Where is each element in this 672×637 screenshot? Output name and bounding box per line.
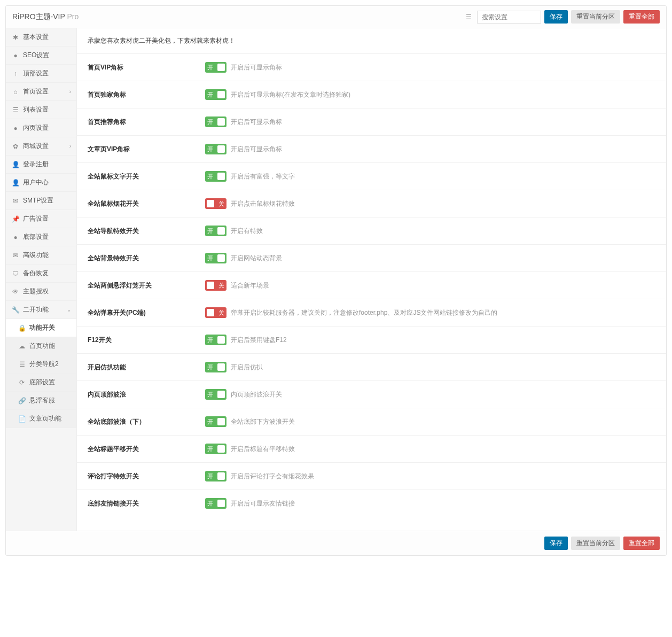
toggle-switch[interactable]: 开 — [205, 62, 226, 73]
footer-reset-section-button[interactable]: 重置当前分区 — [571, 537, 620, 550]
setting-control: 开开启后可显示友情链接 — [205, 498, 295, 509]
setting-description: 开启后可显示角标 — [231, 63, 282, 72]
reset-section-button[interactable]: 重置当前分区 — [571, 10, 620, 24]
title-suffix: Pro — [65, 12, 79, 21]
setting-row: 首页推荐角标开开启后可显示角标 — [77, 108, 666, 135]
toggle-switch[interactable]: 开 — [205, 498, 226, 509]
sidebar-item[interactable]: ☰分类导航2 — [6, 355, 76, 374]
setting-description: 开启后可显示角标(在发布文章时选择独家) — [231, 90, 350, 99]
toggle-switch[interactable]: 开 — [205, 389, 226, 400]
sidebar-item[interactable]: 👤登录注册 — [6, 156, 76, 174]
sidebar-icon: ● — [11, 234, 20, 241]
sidebar-label: 高级功能 — [23, 251, 49, 260]
setting-description: 开启后仿扒 — [231, 363, 263, 372]
toggle-switch[interactable]: 开 — [205, 362, 226, 372]
setting-control: 关适合新年场景 — [205, 280, 269, 291]
sidebar-icon: 🛡 — [11, 270, 20, 277]
setting-label: 底部友情链接开关 — [88, 499, 205, 508]
search-input[interactable] — [477, 11, 541, 24]
sidebar-item[interactable]: 👤用户中心 — [6, 174, 76, 192]
setting-row: 全站两侧悬浮灯笼开关关适合新年场景 — [77, 271, 666, 299]
setting-control: 开开启后仿扒 — [205, 362, 263, 372]
toggle-switch[interactable]: 开 — [205, 171, 226, 182]
setting-row: 评论打字特效开关开开启后评论打字会有烟花效果 — [77, 462, 666, 490]
sidebar-item[interactable]: ✉高级功能 — [6, 246, 76, 265]
sidebar-item[interactable]: 🔒功能开关 — [6, 319, 76, 337]
sidebar-item[interactable]: 📌广告设置 — [6, 210, 76, 228]
sidebar-item[interactable]: ⟳底部设置 — [6, 374, 76, 392]
setting-description: 开启点击鼠标烟花特效 — [231, 199, 295, 208]
sidebar-item[interactable]: ☁首页功能 — [6, 337, 76, 355]
setting-label: 全站标题平移开关 — [88, 445, 205, 454]
sidebar-label: 列表设置 — [23, 105, 49, 114]
toggle-switch[interactable]: 开 — [205, 416, 226, 427]
toggle-switch[interactable]: 开 — [205, 444, 226, 454]
setting-control: 开内页顶部波浪开关 — [205, 389, 282, 400]
setting-label: F12开关 — [88, 336, 205, 345]
toggle-switch[interactable]: 关 — [205, 198, 226, 209]
toggle-switch[interactable]: 关 — [205, 307, 226, 318]
settings-panel: RiPRO主题-VIP Pro ☰ 保存 重置当前分区 重置全部 ✱基本设置●S… — [5, 5, 667, 556]
setting-control: 关开启点击鼠标烟花特效 — [205, 198, 295, 209]
toggle-switch[interactable]: 开 — [205, 253, 226, 263]
sidebar-item[interactable]: 🔧二开功能⌄ — [6, 301, 76, 319]
sidebar-item[interactable]: 📄文章页功能 — [6, 410, 76, 428]
sidebar-label: 文章页功能 — [29, 414, 61, 423]
settings-list: 首页VIP角标开开启后可显示角标首页独家角标开开启后可显示角标(在发布文章时选择… — [77, 53, 666, 517]
sidebar-icon: 👁 — [11, 288, 20, 296]
setting-label: 首页VIP角标 — [88, 63, 205, 72]
sidebar-item[interactable]: ●底部设置 — [6, 228, 76, 246]
sidebar-icon: ✉ — [11, 197, 20, 205]
sidebar-label: 广告设置 — [23, 214, 49, 223]
sidebar-item[interactable]: ⌂首页设置› — [6, 83, 76, 101]
sidebar-icon: 👤 — [11, 161, 20, 168]
toggle-switch[interactable]: 开 — [205, 335, 226, 345]
sidebar-item[interactable]: ☰列表设置 — [6, 101, 76, 119]
setting-label: 全站弹幕开关(PC端) — [88, 308, 205, 317]
sidebar-item[interactable]: ✉SMTP设置 — [6, 192, 76, 210]
setting-label: 全站背景特效开关 — [88, 254, 205, 263]
setting-control: 开开启有特效 — [205, 226, 263, 236]
sidebar-label: 功能开关 — [29, 323, 55, 332]
setting-row: 底部友情链接开关开开启后可显示友情链接 — [77, 490, 666, 517]
toggle-switch[interactable]: 开 — [205, 471, 226, 481]
setting-description: 开启网站动态背景 — [231, 254, 282, 263]
sidebar-item[interactable]: ●内页设置 — [6, 119, 76, 137]
sidebar-icon: ☰ — [11, 106, 20, 114]
save-button[interactable]: 保存 — [544, 10, 568, 24]
sidebar-item[interactable]: ✿商城设置› — [6, 137, 76, 156]
toggle-switch[interactable]: 开 — [205, 144, 226, 154]
sidebar-item[interactable]: 👁主题授权 — [6, 283, 76, 301]
setting-description: 开启后可显示友情链接 — [231, 499, 295, 508]
toggle-switch[interactable]: 开 — [205, 89, 226, 100]
toggle-switch[interactable]: 开 — [205, 116, 226, 127]
header-actions: ☰ 保存 重置当前分区 重置全部 — [464, 10, 660, 24]
setting-label: 文章页VIP角标 — [88, 145, 205, 154]
sidebar-label: 登录注册 — [23, 160, 49, 169]
sidebar-item[interactable]: ↑顶部设置 — [6, 65, 76, 83]
sidebar-item[interactable]: 🛡备份恢复 — [6, 265, 76, 283]
toggle-switch[interactable]: 关 — [205, 280, 226, 291]
setting-label: 全站鼠标烟花开关 — [88, 199, 205, 208]
toggle-switch[interactable]: 开 — [205, 226, 226, 236]
sidebar-label: 内页设置 — [23, 123, 49, 133]
sidebar-icon: 👤 — [11, 179, 20, 187]
setting-control: 开开启后有富强，等文字 — [205, 171, 295, 182]
sidebar-icon: 📄 — [18, 415, 26, 423]
sidebar-label: SEO设置 — [23, 51, 49, 60]
setting-description: 开启有特效 — [231, 227, 263, 236]
footer-reset-all-button[interactable]: 重置全部 — [623, 537, 660, 550]
sidebar-label: 基本设置 — [23, 33, 49, 42]
expand-icon[interactable]: ☰ — [464, 11, 474, 23]
sidebar-item[interactable]: 🔗悬浮客服 — [6, 392, 76, 410]
sidebar-label: 分类导航2 — [29, 360, 59, 369]
reset-all-button[interactable]: 重置全部 — [623, 10, 660, 24]
sidebar-label: 底部设置 — [29, 378, 55, 387]
setting-label: 全站导航特效开关 — [88, 227, 205, 236]
sidebar-label: 首页功能 — [29, 341, 55, 351]
footer-save-button[interactable]: 保存 — [544, 537, 568, 550]
sidebar-item[interactable]: ✱基本设置 — [6, 28, 76, 46]
sidebar-item[interactable]: ●SEO设置 — [6, 46, 76, 65]
sidebar-icon: ↑ — [11, 70, 20, 77]
title-main: RiPRO主题-VIP — [12, 12, 65, 21]
